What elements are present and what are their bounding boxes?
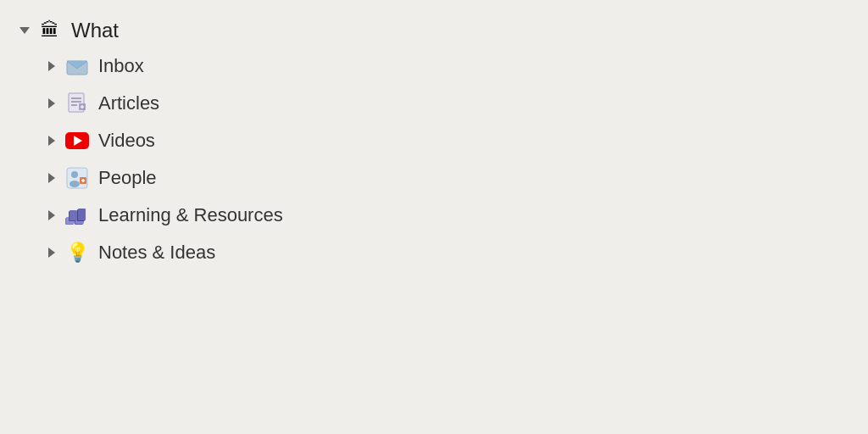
videos-icon <box>64 129 90 153</box>
articles-label: Articles <box>98 92 159 114</box>
tree-item-inbox[interactable]: Inbox <box>14 47 854 85</box>
chevron-right-icon[interactable] <box>44 58 59 74</box>
learning-icon <box>64 203 90 227</box>
svg-point-14 <box>70 181 80 187</box>
notes-icon: 💡 <box>64 241 90 264</box>
chevron-right-icon[interactable] <box>44 133 59 148</box>
learning-label: Learning & Resources <box>98 204 283 226</box>
svg-rect-25 <box>78 209 86 220</box>
chevron-right-icon[interactable] <box>44 245 59 260</box>
inbox-label: Inbox <box>98 55 144 77</box>
tree-root-item[interactable]: 🏛 What <box>14 14 854 47</box>
tree-container: 🏛 What Inbox <box>0 7 868 278</box>
tree-item-notes[interactable]: 💡 Notes & Ideas <box>14 234 854 271</box>
tree-item-people[interactable]: People <box>14 159 854 197</box>
chevron-right-icon[interactable] <box>44 208 59 223</box>
tree-item-articles[interactable]: Articles <box>14 85 854 122</box>
articles-icon <box>64 92 90 115</box>
inbox-icon <box>64 54 90 78</box>
people-label: People <box>98 167 157 189</box>
root-label: What <box>71 19 119 42</box>
chevron-right-icon[interactable] <box>44 170 59 186</box>
svg-rect-23 <box>70 210 77 220</box>
tree-item-videos[interactable]: Videos <box>14 122 854 159</box>
svg-point-13 <box>71 171 78 178</box>
tree-root: 🏛 What Inbox <box>14 14 854 271</box>
tree-item-learning[interactable]: Learning & Resources <box>14 197 854 234</box>
people-icon <box>64 166 90 190</box>
bank-icon: 🏛 <box>37 19 63 42</box>
videos-label: Videos <box>98 130 155 152</box>
chevron-down-icon[interactable] <box>17 23 32 38</box>
chevron-right-icon[interactable] <box>44 96 59 111</box>
notes-label: Notes & Ideas <box>98 242 215 264</box>
